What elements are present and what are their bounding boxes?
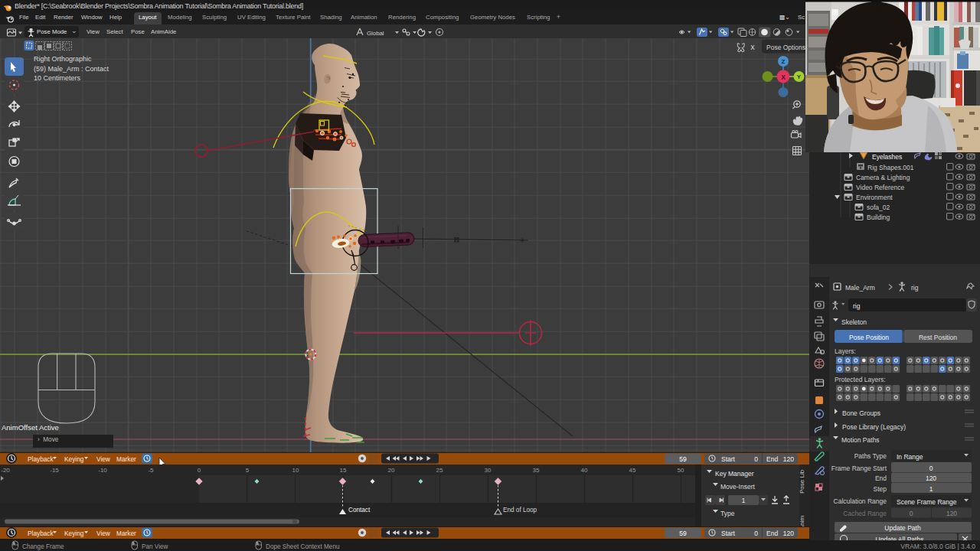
- svg-text:Pose Lib: Pose Lib: [799, 469, 805, 494]
- svg-text:0: 0: [929, 465, 933, 472]
- svg-text:40: 40: [581, 467, 588, 474]
- svg-text:Eyelashes: Eyelashes: [872, 153, 902, 161]
- svg-text:Rest Position: Rest Position: [919, 334, 957, 341]
- svg-text:Male_Arm: Male_Arm: [845, 284, 875, 292]
- svg-text:rig: rig: [853, 302, 861, 310]
- svg-text:Pose Options: Pose Options: [766, 44, 805, 51]
- svg-text:15: 15: [340, 467, 347, 474]
- svg-text:35: 35: [533, 467, 540, 474]
- svg-text:Change Frame: Change Frame: [22, 543, 64, 550]
- svg-text:End of Loop: End of Loop: [503, 507, 537, 514]
- svg-text:Global: Global: [367, 30, 384, 37]
- svg-text:Camera & Lighting: Camera & Lighting: [856, 174, 910, 181]
- svg-text:-10: -10: [98, 467, 107, 474]
- svg-text:-20: -20: [1, 467, 10, 474]
- svg-text:10: 10: [292, 467, 299, 474]
- svg-text:Building: Building: [867, 214, 890, 221]
- svg-text:Video Reference: Video Reference: [856, 184, 904, 191]
- svg-text:sofa_02: sofa_02: [867, 204, 890, 211]
- svg-text:Frame Range Start: Frame Range Start: [831, 465, 887, 472]
- svg-text:1: 1: [929, 485, 933, 493]
- svg-text:Pan View: Pan View: [142, 543, 168, 550]
- svg-text:50: 50: [678, 467, 684, 474]
- svg-text:-5: -5: [148, 467, 154, 474]
- svg-text:Pose Library (Legacy): Pose Library (Legacy): [842, 423, 906, 431]
- svg-text:20: 20: [388, 467, 395, 474]
- svg-text:Calculation Range: Calculation Range: [834, 497, 887, 505]
- svg-text:Layers:: Layers:: [835, 347, 856, 355]
- svg-text:In Range: In Range: [897, 453, 923, 461]
- svg-text:Pose Position: Pose Position: [849, 334, 889, 341]
- svg-text:Protected Layers:: Protected Layers:: [835, 376, 886, 383]
- svg-text:Environment: Environment: [856, 194, 893, 201]
- svg-text:Z: Z: [782, 58, 786, 65]
- svg-text:5: 5: [246, 467, 250, 474]
- svg-text:-15: -15: [50, 467, 59, 474]
- svg-text:45: 45: [629, 467, 636, 474]
- svg-text:1: 1: [742, 497, 746, 504]
- svg-text:120: 120: [926, 474, 936, 482]
- svg-text:rig: rig: [911, 284, 919, 292]
- svg-text:0: 0: [910, 510, 913, 517]
- svg-text:Cached Range: Cached Range: [843, 510, 887, 517]
- svg-text:Y: Y: [797, 73, 802, 80]
- svg-text:Paths Type: Paths Type: [854, 452, 887, 460]
- svg-text:Contact: Contact: [348, 507, 371, 514]
- svg-text:X: X: [750, 44, 755, 51]
- svg-text:30: 30: [485, 467, 492, 474]
- svg-text:Skeleton: Skeleton: [841, 318, 867, 326]
- svg-text:X: X: [781, 73, 786, 81]
- svg-text:Update Path: Update Path: [884, 524, 921, 532]
- svg-text:Type: Type: [720, 510, 735, 517]
- svg-text:Move-Insert: Move-Insert: [720, 483, 756, 491]
- svg-text:VRAM: 3.0/8.0 GiB | 3.4.0: VRAM: 3.0/8.0 GiB | 3.4.0: [900, 543, 975, 550]
- svg-text:Motion Paths: Motion Paths: [841, 436, 880, 444]
- svg-text:End: End: [875, 474, 887, 482]
- svg-text:Step: Step: [874, 485, 887, 493]
- svg-text:Dope Sheet Context Menu: Dope Sheet Context Menu: [266, 543, 340, 550]
- svg-text:Key Manager: Key Manager: [715, 470, 754, 478]
- svg-text:Scene Frame Range: Scene Frame Range: [897, 498, 957, 506]
- svg-text:0: 0: [198, 467, 201, 474]
- svg-text:Bone Groups: Bone Groups: [842, 409, 880, 417]
- svg-text:Rig Shapes.001: Rig Shapes.001: [867, 164, 914, 171]
- svg-text:25: 25: [436, 467, 443, 474]
- svg-text:120: 120: [946, 510, 957, 517]
